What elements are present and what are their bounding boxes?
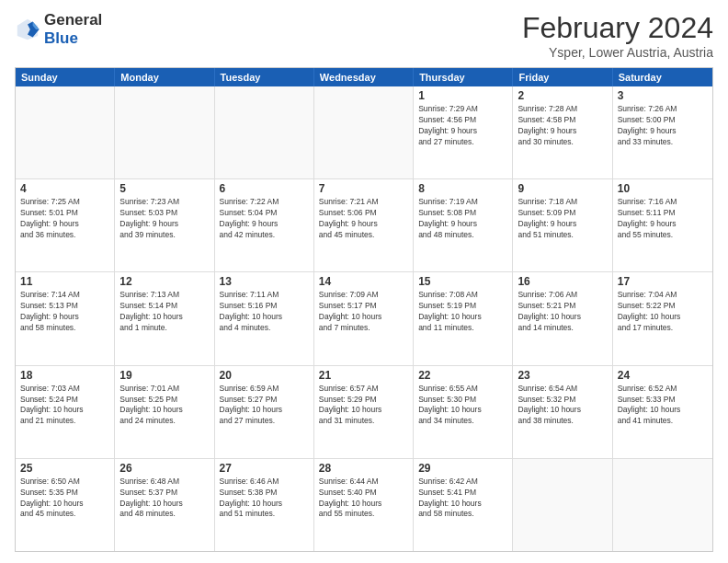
day-number: 21 bbox=[319, 369, 408, 382]
calendar-cell: 7Sunrise: 7:21 AM Sunset: 5:06 PM Daylig… bbox=[314, 179, 414, 271]
calendar-cell bbox=[115, 86, 214, 178]
calendar-header-day: Saturday bbox=[613, 68, 712, 86]
calendar-week: 4Sunrise: 7:25 AM Sunset: 5:01 PM Daylig… bbox=[16, 179, 712, 272]
day-info: Sunrise: 7:21 AM Sunset: 5:06 PM Dayligh… bbox=[319, 197, 408, 241]
header: General Blue February 2024 Ysper, Lower … bbox=[15, 11, 713, 60]
day-info: Sunrise: 7:11 AM Sunset: 5:16 PM Dayligh… bbox=[220, 290, 309, 334]
day-number: 6 bbox=[220, 182, 309, 195]
day-info: Sunrise: 6:44 AM Sunset: 5:40 PM Dayligh… bbox=[319, 477, 408, 521]
day-info: Sunrise: 7:28 AM Sunset: 4:58 PM Dayligh… bbox=[518, 104, 607, 148]
day-number: 9 bbox=[518, 182, 607, 195]
calendar-cell: 20Sunrise: 6:59 AM Sunset: 5:27 PM Dayli… bbox=[215, 366, 314, 458]
day-number: 23 bbox=[518, 369, 607, 382]
calendar-cell: 4Sunrise: 7:25 AM Sunset: 5:01 PM Daylig… bbox=[16, 179, 115, 271]
day-info: Sunrise: 6:50 AM Sunset: 5:35 PM Dayligh… bbox=[20, 477, 109, 521]
calendar-cell: 13Sunrise: 7:11 AM Sunset: 5:16 PM Dayli… bbox=[215, 272, 314, 364]
logo-icon bbox=[15, 17, 40, 42]
day-info: Sunrise: 7:29 AM Sunset: 4:56 PM Dayligh… bbox=[418, 104, 507, 148]
calendar-cell: 1Sunrise: 7:29 AM Sunset: 4:56 PM Daylig… bbox=[414, 86, 513, 178]
calendar-week: 18Sunrise: 7:03 AM Sunset: 5:24 PM Dayli… bbox=[16, 366, 712, 459]
day-info: Sunrise: 7:19 AM Sunset: 5:08 PM Dayligh… bbox=[418, 197, 507, 241]
calendar-cell bbox=[314, 86, 414, 178]
day-info: Sunrise: 7:08 AM Sunset: 5:19 PM Dayligh… bbox=[418, 290, 507, 334]
calendar-cell: 24Sunrise: 6:52 AM Sunset: 5:33 PM Dayli… bbox=[613, 366, 712, 458]
day-number: 27 bbox=[220, 462, 309, 475]
calendar-cell: 29Sunrise: 6:42 AM Sunset: 5:41 PM Dayli… bbox=[414, 459, 513, 551]
calendar-header-day: Wednesday bbox=[314, 68, 414, 86]
day-number: 3 bbox=[618, 89, 708, 102]
day-info: Sunrise: 7:14 AM Sunset: 5:13 PM Dayligh… bbox=[20, 290, 109, 334]
calendar-body: 1Sunrise: 7:29 AM Sunset: 4:56 PM Daylig… bbox=[16, 86, 712, 551]
day-info: Sunrise: 7:04 AM Sunset: 5:22 PM Dayligh… bbox=[618, 290, 708, 334]
calendar-cell: 3Sunrise: 7:26 AM Sunset: 5:00 PM Daylig… bbox=[613, 86, 712, 178]
calendar-cell: 11Sunrise: 7:14 AM Sunset: 5:13 PM Dayli… bbox=[16, 272, 115, 364]
calendar-cell: 23Sunrise: 6:54 AM Sunset: 5:32 PM Dayli… bbox=[513, 366, 612, 458]
calendar-cell bbox=[613, 459, 712, 551]
calendar-cell: 8Sunrise: 7:19 AM Sunset: 5:08 PM Daylig… bbox=[414, 179, 513, 271]
day-number: 13 bbox=[220, 275, 309, 288]
day-info: Sunrise: 6:46 AM Sunset: 5:38 PM Dayligh… bbox=[220, 477, 309, 521]
calendar-cell: 25Sunrise: 6:50 AM Sunset: 5:35 PM Dayli… bbox=[16, 459, 115, 551]
calendar-cell: 14Sunrise: 7:09 AM Sunset: 5:17 PM Dayli… bbox=[314, 272, 414, 364]
calendar: SundayMondayTuesdayWednesdayThursdayFrid… bbox=[15, 67, 713, 552]
day-number: 25 bbox=[20, 462, 109, 475]
calendar-week: 1Sunrise: 7:29 AM Sunset: 4:56 PM Daylig… bbox=[16, 86, 712, 179]
calendar-cell: 17Sunrise: 7:04 AM Sunset: 5:22 PM Dayli… bbox=[613, 272, 712, 364]
calendar-header-day: Sunday bbox=[16, 68, 115, 86]
day-info: Sunrise: 6:42 AM Sunset: 5:41 PM Dayligh… bbox=[418, 477, 507, 521]
day-info: Sunrise: 7:03 AM Sunset: 5:24 PM Dayligh… bbox=[20, 384, 109, 428]
day-info: Sunrise: 6:54 AM Sunset: 5:32 PM Dayligh… bbox=[518, 384, 607, 428]
day-number: 5 bbox=[119, 182, 209, 195]
day-info: Sunrise: 6:57 AM Sunset: 5:29 PM Dayligh… bbox=[319, 384, 408, 428]
calendar-header-day: Monday bbox=[115, 68, 214, 86]
page: General Blue February 2024 Ysper, Lower … bbox=[0, 0, 728, 563]
day-info: Sunrise: 6:52 AM Sunset: 5:33 PM Dayligh… bbox=[618, 384, 708, 428]
day-info: Sunrise: 7:26 AM Sunset: 5:00 PM Dayligh… bbox=[618, 104, 708, 148]
day-info: Sunrise: 6:55 AM Sunset: 5:30 PM Dayligh… bbox=[418, 384, 507, 428]
day-number: 19 bbox=[119, 369, 209, 382]
day-number: 7 bbox=[319, 182, 408, 195]
day-info: Sunrise: 6:48 AM Sunset: 5:37 PM Dayligh… bbox=[119, 477, 209, 521]
calendar-header-day: Tuesday bbox=[215, 68, 314, 86]
day-number: 29 bbox=[418, 462, 507, 475]
calendar-cell: 21Sunrise: 6:57 AM Sunset: 5:29 PM Dayli… bbox=[314, 366, 414, 458]
day-info: Sunrise: 7:25 AM Sunset: 5:01 PM Dayligh… bbox=[20, 197, 109, 241]
calendar-subtitle: Ysper, Lower Austria, Austria bbox=[522, 45, 713, 60]
calendar-cell: 10Sunrise: 7:16 AM Sunset: 5:11 PM Dayli… bbox=[613, 179, 712, 271]
day-info: Sunrise: 7:18 AM Sunset: 5:09 PM Dayligh… bbox=[518, 197, 607, 241]
calendar-cell: 19Sunrise: 7:01 AM Sunset: 5:25 PM Dayli… bbox=[115, 366, 214, 458]
day-number: 8 bbox=[418, 182, 507, 195]
day-info: Sunrise: 7:06 AM Sunset: 5:21 PM Dayligh… bbox=[518, 290, 607, 334]
title-block: February 2024 Ysper, Lower Austria, Aust… bbox=[522, 11, 713, 60]
day-number: 16 bbox=[518, 275, 607, 288]
calendar-cell: 27Sunrise: 6:46 AM Sunset: 5:38 PM Dayli… bbox=[215, 459, 314, 551]
calendar-cell bbox=[215, 86, 314, 178]
calendar-cell: 5Sunrise: 7:23 AM Sunset: 5:03 PM Daylig… bbox=[115, 179, 214, 271]
calendar-cell: 6Sunrise: 7:22 AM Sunset: 5:04 PM Daylig… bbox=[215, 179, 314, 271]
day-info: Sunrise: 7:22 AM Sunset: 5:04 PM Dayligh… bbox=[220, 197, 309, 241]
logo: General Blue bbox=[15, 11, 102, 49]
calendar-cell bbox=[16, 86, 115, 178]
calendar-cell: 28Sunrise: 6:44 AM Sunset: 5:40 PM Dayli… bbox=[314, 459, 414, 551]
day-info: Sunrise: 7:01 AM Sunset: 5:25 PM Dayligh… bbox=[119, 384, 209, 428]
calendar-week: 25Sunrise: 6:50 AM Sunset: 5:35 PM Dayli… bbox=[16, 459, 712, 551]
day-number: 20 bbox=[220, 369, 309, 382]
calendar-cell: 15Sunrise: 7:08 AM Sunset: 5:19 PM Dayli… bbox=[414, 272, 513, 364]
day-number: 14 bbox=[319, 275, 408, 288]
day-number: 2 bbox=[518, 89, 607, 102]
day-number: 28 bbox=[319, 462, 408, 475]
day-number: 12 bbox=[119, 275, 209, 288]
day-info: Sunrise: 7:09 AM Sunset: 5:17 PM Dayligh… bbox=[319, 290, 408, 334]
calendar-cell: 22Sunrise: 6:55 AM Sunset: 5:30 PM Dayli… bbox=[414, 366, 513, 458]
calendar-cell: 16Sunrise: 7:06 AM Sunset: 5:21 PM Dayli… bbox=[513, 272, 612, 364]
calendar-cell: 18Sunrise: 7:03 AM Sunset: 5:24 PM Dayli… bbox=[16, 366, 115, 458]
calendar-header-day: Thursday bbox=[414, 68, 513, 86]
calendar-cell bbox=[513, 459, 612, 551]
calendar-cell: 26Sunrise: 6:48 AM Sunset: 5:37 PM Dayli… bbox=[115, 459, 214, 551]
calendar-header: SundayMondayTuesdayWednesdayThursdayFrid… bbox=[16, 68, 712, 86]
calendar-header-day: Friday bbox=[513, 68, 612, 86]
day-number: 22 bbox=[418, 369, 507, 382]
day-number: 11 bbox=[20, 275, 109, 288]
day-number: 10 bbox=[618, 182, 708, 195]
day-info: Sunrise: 7:23 AM Sunset: 5:03 PM Dayligh… bbox=[119, 197, 209, 241]
